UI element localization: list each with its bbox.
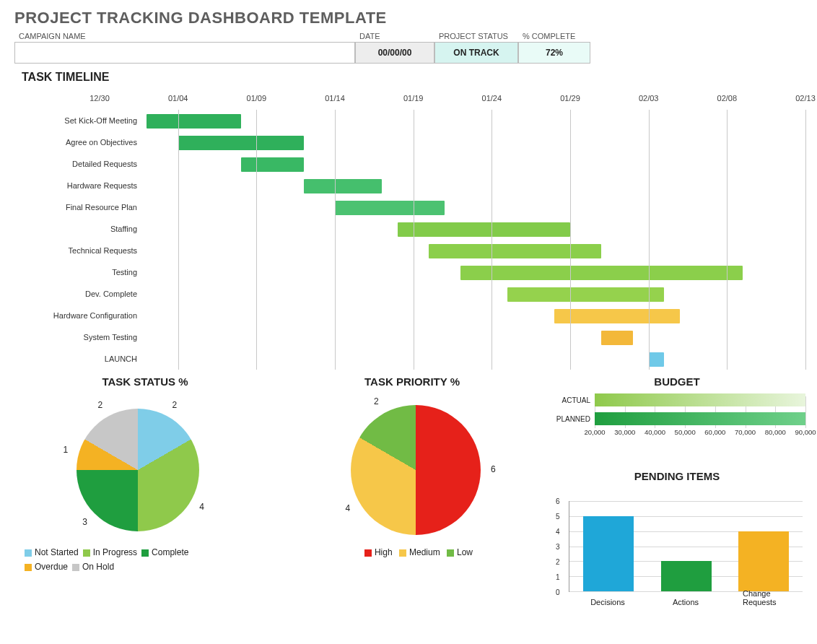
gantt-bar[interactable]: [304, 179, 383, 193]
gantt-task-label: Staffing: [12, 218, 143, 240]
budget-bar[interactable]: [595, 393, 805, 406]
status-cell[interactable]: ON TRACK: [434, 42, 518, 64]
pct-complete-cell[interactable]: 72%: [518, 42, 590, 64]
gantt-x-tick: 01/19: [403, 94, 424, 103]
legend-label: Overdue: [35, 562, 68, 572]
pending-bar[interactable]: [583, 516, 634, 591]
pie-slice-label: 1: [64, 445, 69, 455]
label-campaign: CAMPAIGN NAME: [14, 29, 355, 42]
gantt-x-tick: 01/09: [247, 94, 267, 103]
label-pct: % COMPLETE: [518, 29, 590, 42]
pie-slice-label: 6: [491, 464, 496, 474]
legend-swatch: [25, 564, 32, 571]
gantt-bar[interactable]: [429, 244, 601, 258]
pending-bar[interactable]: [738, 531, 789, 591]
gantt-bar[interactable]: [601, 331, 632, 345]
gantt-task-label: Detailed Requests: [12, 153, 143, 175]
legend-swatch: [25, 549, 32, 557]
section-timeline-title: TASK TIMELINE: [22, 71, 805, 84]
legend-swatch: [83, 549, 90, 557]
gantt-task-label: LAUNCH: [12, 348, 143, 370]
budget-x-tick: 20,000: [584, 428, 605, 436]
header-values-row: 00/00/00 ON TRACK 72%: [14, 42, 805, 64]
label-status: PROJECT STATUS: [434, 29, 518, 42]
gantt-bar[interactable]: [507, 287, 664, 302]
gantt-task-label: Hardware Configuration: [12, 305, 143, 326]
gantt-x-tick: 01/29: [560, 94, 580, 103]
pending-title: PENDING ITEMS: [549, 470, 805, 482]
legend-swatch: [364, 549, 372, 557]
pie-slice-label: 3: [82, 517, 87, 527]
gantt-bar[interactable]: [178, 136, 304, 150]
legend-label: Low: [457, 547, 473, 557]
pie-chart[interactable]: [351, 405, 481, 535]
gantt-task-label: Dev. Complete: [12, 283, 143, 305]
gantt-task-label: Set Kick-Off Meeting: [12, 110, 143, 131]
pending-y-tick: 2: [556, 558, 560, 566]
gantt-bar[interactable]: [335, 201, 445, 215]
pending-y-tick: 0: [556, 588, 560, 596]
pie-chart[interactable]: [77, 409, 199, 531]
gantt-bar[interactable]: [554, 309, 680, 323]
gantt-bar[interactable]: [460, 266, 743, 280]
gantt-bar[interactable]: [241, 157, 304, 172]
gantt-x-tick: 01/04: [168, 94, 188, 103]
pending-x-label: Change Requests: [743, 589, 785, 606]
campaign-name-input[interactable]: [14, 42, 355, 64]
gantt-gridline: [491, 110, 492, 370]
label-date: DATE: [355, 29, 434, 42]
gantt-task-label: Final Resource Plan: [12, 196, 143, 218]
gantt-bar[interactable]: [398, 222, 570, 237]
pending-x-label: Actions: [673, 598, 699, 606]
task-priority-panel: TASK PRIORITY % 642 High Medium Low: [279, 373, 546, 608]
gantt-bar[interactable]: [147, 114, 240, 129]
budget-chart: ACTUALPLANNED20,00030,00040,00050,00060,…: [549, 392, 805, 457]
legend-label: High: [375, 547, 393, 557]
budget-gridline: [805, 396, 806, 428]
legend-swatch: [399, 549, 406, 557]
budget-title: BUDGET: [549, 375, 805, 388]
legend-label: Not Started: [35, 547, 79, 557]
legend-label: Medium: [409, 547, 440, 557]
legend-swatch: [447, 549, 454, 557]
gantt-bar[interactable]: [649, 352, 665, 367]
budget-x-tick: 90,000: [795, 428, 816, 436]
task-timeline-chart: 12/3001/0401/0901/1401/1901/2401/2902/03…: [12, 94, 805, 368]
pending-bar[interactable]: [661, 561, 712, 591]
gantt-gridline: [727, 110, 728, 370]
date-cell[interactable]: 00/00/00: [355, 42, 434, 64]
legend-label: On Hold: [82, 562, 114, 572]
gantt-task-label: Technical Requests: [12, 240, 143, 261]
budget-series-label: PLANNED: [549, 415, 595, 423]
pie-slice-label: 2: [98, 400, 103, 410]
pie-slice-label: 4: [345, 503, 350, 513]
legend-swatch: [72, 564, 79, 571]
task-priority-legend: High Medium Low: [279, 545, 546, 560]
gantt-x-tick: 12/30: [89, 94, 110, 103]
gantt-task-label: Testing: [12, 261, 143, 283]
task-status-pie: 24312: [12, 391, 279, 542]
task-status-panel: TASK STATUS % 24312 Not StartedIn Progre…: [12, 373, 279, 608]
gantt-x-tick: 01/14: [325, 94, 345, 103]
budget-x-tick: 60,000: [704, 428, 725, 436]
task-priority-pie: 642: [279, 391, 546, 542]
budget-bar[interactable]: [595, 412, 805, 425]
pending-gridline: [569, 501, 803, 502]
pie-slice-label: 2: [374, 396, 379, 406]
gantt-task-label: Hardware Requests: [12, 175, 143, 196]
budget-series-label: ACTUAL: [549, 396, 595, 404]
task-priority-title: TASK PRIORITY %: [279, 375, 546, 388]
gantt-gridline: [570, 110, 571, 370]
gantt-x-tick: 02/08: [717, 94, 738, 103]
budget-x-tick: 70,000: [735, 428, 756, 436]
budget-x-tick: 80,000: [765, 428, 786, 436]
gantt-x-tick: 01/24: [482, 94, 502, 103]
pending-y-tick: 5: [556, 513, 560, 521]
budget-x-tick: 50,000: [675, 428, 696, 436]
pending-x-label: Decisions: [590, 598, 625, 606]
pie-slice-label: 2: [172, 400, 178, 410]
task-status-title: TASK STATUS %: [12, 375, 279, 388]
header-labels-row: CAMPAIGN NAME DATE PROJECT STATUS % COMP…: [14, 29, 805, 42]
budget-x-tick: 30,000: [614, 428, 635, 436]
gantt-gridline: [178, 110, 179, 370]
